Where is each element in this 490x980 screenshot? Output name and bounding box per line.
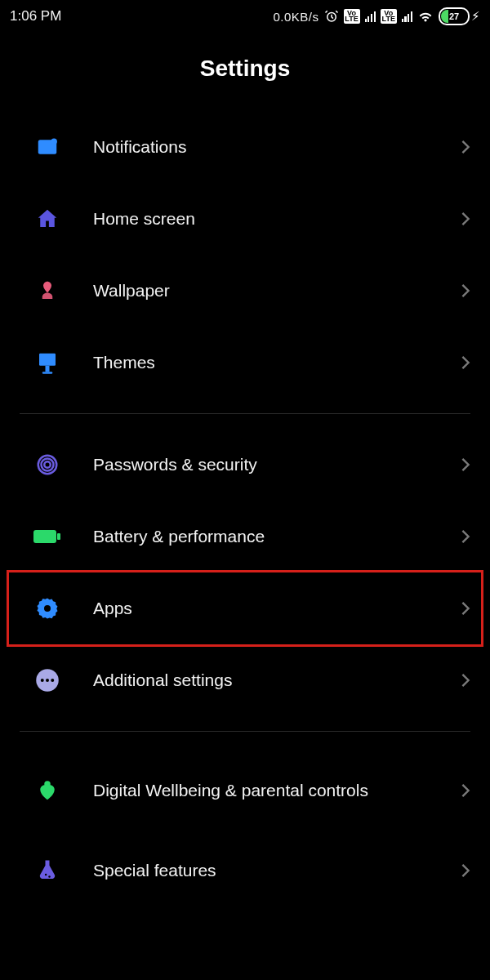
- chevron-right-icon: [461, 528, 470, 545]
- svg-rect-6: [42, 372, 53, 374]
- svg-point-2: [51, 138, 57, 145]
- chevron-right-icon: [461, 354, 470, 371]
- chevron-right-icon: [461, 782, 470, 799]
- more-icon: [33, 666, 62, 695]
- settings-item-battery-performance[interactable]: Battery & performance: [0, 501, 490, 572]
- chevron-right-icon: [461, 283, 470, 299]
- status-bar: 1:06 PM 0.0KB/s VoLTE VoLTE 27 ⚡︎: [0, 0, 490, 33]
- themes-icon: [33, 348, 62, 377]
- chevron-right-icon: [461, 457, 470, 473]
- chevron-right-icon: [461, 600, 470, 617]
- settings-item-additional-settings[interactable]: Additional settings: [0, 644, 490, 716]
- settings-item-label: Additional settings: [62, 670, 461, 691]
- svg-rect-10: [33, 530, 56, 543]
- settings-item-home-screen[interactable]: Home screen: [0, 183, 490, 255]
- svg-rect-3: [46, 221, 49, 228]
- settings-group: Notifications Home screen Wallpaper Them…: [0, 111, 490, 399]
- wifi-icon: [417, 10, 434, 23]
- flask-icon: [33, 856, 62, 885]
- svg-point-8: [42, 459, 54, 471]
- home-icon: [33, 204, 62, 234]
- svg-rect-5: [46, 366, 50, 372]
- settings-item-wallpaper[interactable]: Wallpaper: [0, 255, 490, 327]
- alarm-icon: [324, 9, 339, 24]
- volte-icon-2: VoLTE: [381, 9, 397, 24]
- net-speed: 0.0KB/s: [273, 10, 318, 24]
- notifications-icon: [33, 132, 62, 162]
- svg-point-18: [45, 874, 47, 876]
- heart-icon: [33, 776, 62, 805]
- svg-point-16: [51, 679, 54, 682]
- svg-rect-11: [57, 533, 60, 540]
- page-title: Settings: [0, 33, 490, 111]
- settings-item-special-features[interactable]: Special features: [0, 835, 490, 906]
- svg-rect-4: [39, 354, 56, 366]
- chevron-right-icon: [461, 862, 470, 879]
- settings-group: Passwords & security Battery & performan…: [0, 429, 490, 716]
- settings-item-label: Battery & performance: [62, 526, 461, 547]
- settings-item-notifications[interactable]: Notifications: [0, 111, 490, 183]
- signal-icon-1: [365, 11, 376, 22]
- gear-icon: [33, 594, 62, 623]
- settings-item-label: Home screen: [62, 208, 461, 229]
- settings-item-label: Notifications: [62, 136, 461, 158]
- chevron-right-icon: [461, 672, 470, 688]
- settings-item-label: Themes: [62, 352, 461, 373]
- battery-percent: 27: [440, 11, 468, 21]
- settings-item-label: Passwords & security: [62, 454, 461, 475]
- status-right: 0.0KB/s VoLTE VoLTE 27 ⚡︎: [273, 7, 480, 25]
- svg-point-14: [41, 679, 44, 682]
- chevron-right-icon: [461, 211, 470, 227]
- settings-item-label: Apps: [62, 598, 461, 619]
- settings-group: Digital Wellbeing & parental controls Sp…: [0, 746, 490, 906]
- signal-icon-2: [402, 11, 412, 22]
- section-divider: [20, 413, 470, 414]
- section-divider: [20, 731, 470, 732]
- settings-item-label: Digital Wellbeing & parental controls: [62, 780, 461, 801]
- settings-item-passwords-security[interactable]: Passwords & security: [0, 429, 490, 501]
- chevron-right-icon: [461, 139, 470, 155]
- svg-point-7: [44, 461, 51, 468]
- volte-icon-1: VoLTE: [344, 9, 360, 24]
- settings-item-apps[interactable]: Apps: [0, 572, 490, 644]
- clock: 1:06 PM: [10, 8, 61, 24]
- battery-icon: [33, 522, 62, 551]
- wallpaper-icon: [33, 276, 62, 305]
- charging-icon: ⚡︎: [471, 9, 480, 24]
- battery-indicator: 27 ⚡︎: [439, 7, 480, 25]
- settings-item-digital-wellbeing[interactable]: Digital Wellbeing & parental controls: [0, 746, 490, 835]
- settings-item-label: Wallpaper: [62, 280, 461, 301]
- fingerprint-icon: [33, 450, 62, 479]
- settings-item-label: Special features: [62, 860, 461, 881]
- svg-point-15: [46, 679, 49, 682]
- settings-item-themes[interactable]: Themes: [0, 327, 490, 399]
- svg-point-19: [48, 875, 51, 878]
- svg-point-12: [44, 605, 51, 612]
